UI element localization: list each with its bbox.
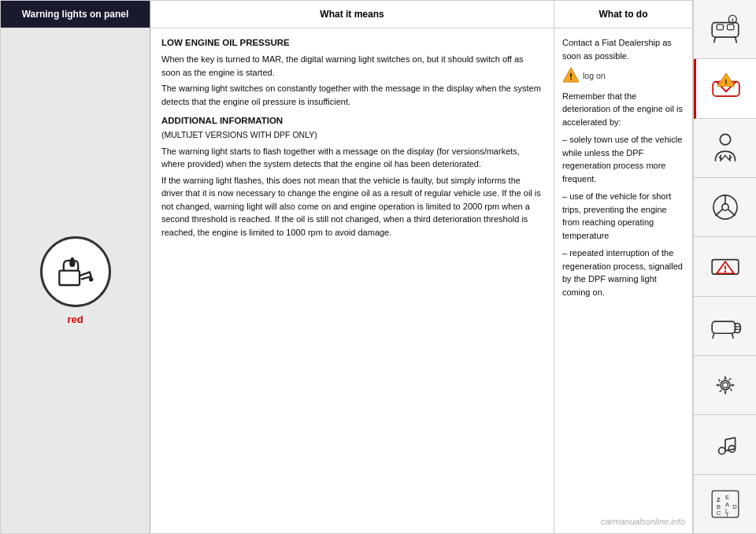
watermark: carmanualsonline.info xyxy=(601,517,685,526)
svg-text:D: D xyxy=(732,503,737,510)
alphabet-icon: Z B C E A I D T xyxy=(709,488,742,521)
svg-point-25 xyxy=(721,380,730,390)
todo-bullet-1: – solely town use of the vehicle while u… xyxy=(562,133,684,185)
header-row: Warning lights on panel What it means Wh… xyxy=(1,1,692,28)
what-todo-header: What to do xyxy=(554,1,692,28)
means-title-1: LOW ENGINE OIL PRESSURE xyxy=(161,36,543,50)
svg-point-27 xyxy=(718,448,724,454)
svg-line-29 xyxy=(725,449,736,451)
svg-point-21 xyxy=(724,271,726,273)
svg-text:!: ! xyxy=(725,78,728,86)
oil-pressure-icon xyxy=(40,236,111,307)
todo-badge-text-1: log on xyxy=(583,70,606,83)
todo-bullet-3: – repeated interruption of the regenerat… xyxy=(562,247,684,299)
oil-can-svg xyxy=(54,250,97,294)
sidebar-item-warning-mail[interactable]: ! xyxy=(694,59,756,118)
sidebar-item-car-tools[interactable] xyxy=(694,297,756,356)
sidebar-item-alphabet[interactable]: Z B C E A I D T xyxy=(694,475,756,534)
todo-bullet-2: – use of the vehicle for short trips, pr… xyxy=(562,190,684,242)
svg-text:T: T xyxy=(725,511,729,518)
svg-line-32 xyxy=(725,438,736,440)
warning-panel-col: red xyxy=(1,28,150,533)
what-means-header: What it means xyxy=(150,1,554,28)
means-col: LOW ENGINE OIL PRESSURE When the key is … xyxy=(150,28,554,533)
means-para-3: The warning light starts to flash togeth… xyxy=(161,145,543,171)
todo-col: Contact a Fiat Dealership as soon as pos… xyxy=(554,28,692,533)
svg-point-1 xyxy=(89,276,94,281)
car-tools-icon xyxy=(709,310,742,343)
svg-text:i: i xyxy=(732,17,733,24)
warning-mail-icon: ! xyxy=(710,72,743,105)
svg-text:!: ! xyxy=(569,72,573,81)
means-para-1: When the key is turned to MAR, the digit… xyxy=(161,53,543,79)
sidebar-item-steering[interactable] xyxy=(694,178,756,237)
steering-wheel-icon xyxy=(709,191,742,224)
means-para-2: The warning light switches on constantly… xyxy=(161,82,543,108)
warning-lights-header: Warning lights on panel xyxy=(1,1,150,28)
content-row: red LOW ENGINE OIL PRESSURE When the key… xyxy=(1,28,692,533)
todo-para-1: Contact a Fiat Dealership as soon as pos… xyxy=(562,36,684,62)
svg-rect-6 xyxy=(727,24,733,30)
main-table: Warning lights on panel What it means Wh… xyxy=(0,0,693,534)
sidebar-item-car-info[interactable]: i xyxy=(694,0,756,59)
sidebar-item-road-warning[interactable] xyxy=(694,237,756,296)
svg-text:C: C xyxy=(717,510,721,517)
svg-rect-4 xyxy=(712,23,739,37)
svg-rect-22 xyxy=(712,321,735,333)
svg-point-26 xyxy=(722,383,728,388)
sidebar-item-service[interactable] xyxy=(694,119,756,178)
panel-color-label: red xyxy=(67,313,83,325)
right-sidebar: i ! xyxy=(693,0,756,534)
means-title-2: ADDITIONAL INFORMATION (Multijet version… xyxy=(161,114,543,142)
warning-triangle-icon: ! xyxy=(562,67,580,87)
svg-point-14 xyxy=(721,204,728,210)
sidebar-item-audio[interactable] xyxy=(694,415,756,474)
svg-line-16 xyxy=(715,210,722,216)
road-warning-icon xyxy=(709,250,742,283)
svg-rect-0 xyxy=(59,270,80,284)
sidebar-item-settings[interactable] xyxy=(694,356,756,415)
svg-point-12 xyxy=(720,134,730,144)
means-para-4: If the warning light flashes, this does … xyxy=(161,174,543,239)
audio-icon xyxy=(709,428,742,461)
car-info-icon: i xyxy=(709,13,742,46)
svg-rect-5 xyxy=(717,24,723,30)
settings-gear-icon xyxy=(709,369,742,402)
service-person-icon xyxy=(709,132,742,165)
svg-line-17 xyxy=(728,210,735,216)
todo-badge-row-1: ! log on xyxy=(562,67,684,87)
todo-para-2: Remember that the deterioration of the e… xyxy=(562,90,684,129)
